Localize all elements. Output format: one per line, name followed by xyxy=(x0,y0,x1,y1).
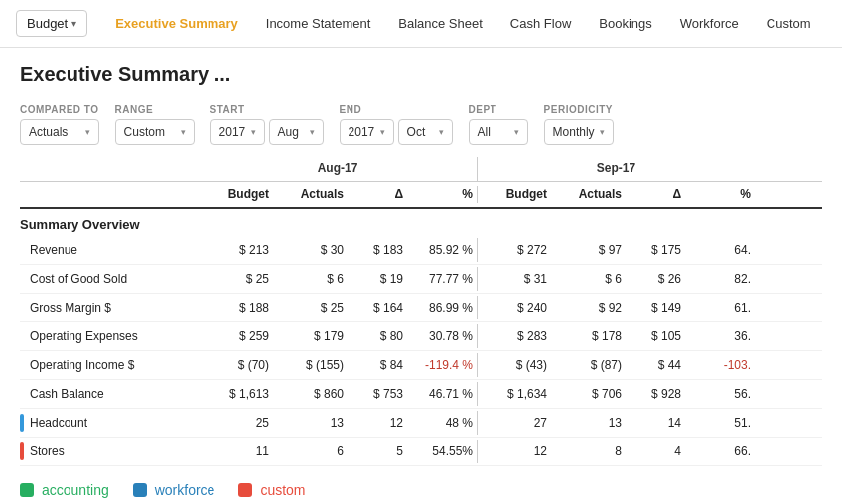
legend-dot-custom xyxy=(238,483,252,497)
aug-budget: $ 188 xyxy=(199,296,273,319)
sep-delta: $ 928 xyxy=(626,382,685,406)
compared-to-value: Actuals xyxy=(29,125,68,139)
nav-income-statement[interactable]: Income Statement xyxy=(254,10,383,37)
sep-actuals: 13 xyxy=(551,411,626,435)
legend-dot-workforce xyxy=(133,483,147,497)
sep-delta: 14 xyxy=(626,411,685,435)
nav-bookings[interactable]: Bookings xyxy=(587,10,663,37)
section-title: Summary Overview xyxy=(20,209,822,236)
col-pct-aug: % xyxy=(407,186,477,203)
start-filter: START 2017 ▾ Aug ▾ xyxy=(210,104,324,145)
legend-custom: custom xyxy=(238,482,305,498)
aug-actuals: $ (155) xyxy=(273,353,348,377)
start-year-value: 2017 xyxy=(219,125,246,139)
nav-custom[interactable]: Custom xyxy=(755,10,823,37)
period-header-row: Aug-17 Sep-17 xyxy=(20,157,822,182)
row-label: Operating Income $ xyxy=(20,351,199,379)
chevron-down-icon: ▾ xyxy=(71,18,76,29)
end-label: END xyxy=(340,104,453,115)
budget-dropdown[interactable]: Budget ▾ xyxy=(16,10,87,37)
aug-actuals: $ 25 xyxy=(273,296,348,319)
end-year-select[interactable]: 2017 ▾ xyxy=(340,119,394,145)
aug-actuals: $ 179 xyxy=(273,324,348,348)
sep-actuals: $ (87) xyxy=(551,353,626,377)
row-label-text: Cash Balance xyxy=(30,387,104,401)
row-spacer xyxy=(20,327,24,345)
chevron-down-icon: ▾ xyxy=(251,127,256,137)
chevron-down-icon: ▾ xyxy=(310,127,315,137)
aug-delta: $ 164 xyxy=(348,296,407,319)
table-row: Cost of Good Sold $ 25 $ 6 $ 19 77.77 % … xyxy=(20,265,822,294)
row-spacer xyxy=(20,241,24,259)
dept-filter: DEPT All ▾ xyxy=(469,104,528,145)
range-select[interactable]: Custom ▾ xyxy=(115,119,195,145)
table-row: Gross Margin $ $ 188 $ 25 $ 164 86.99 % … xyxy=(20,294,822,322)
sep-budget: 12 xyxy=(477,440,551,463)
end-month-select[interactable]: Oct ▾ xyxy=(398,119,453,145)
sep-delta: $ 175 xyxy=(626,238,685,262)
aug-actuals: $ 30 xyxy=(273,238,348,262)
col-budget-sep: Budget xyxy=(477,186,551,203)
sep-budget: $ 31 xyxy=(477,267,551,291)
aug-budget: $ 25 xyxy=(199,267,273,291)
row-label-text: Operating Income $ xyxy=(30,358,134,372)
dept-select[interactable]: All ▾ xyxy=(469,119,528,145)
sep-budget: $ 283 xyxy=(477,324,551,348)
nav-balance-sheet[interactable]: Balance Sheet xyxy=(386,10,494,37)
row-label: Cash Balance xyxy=(20,380,199,408)
aug-budget: $ 213 xyxy=(199,238,273,262)
dept-value: All xyxy=(478,125,491,139)
periodicity-select[interactable]: Monthly ▾ xyxy=(544,119,614,145)
row-spacer xyxy=(20,356,24,374)
compared-to-select[interactable]: Actuals ▾ xyxy=(20,119,99,145)
chevron-down-icon: ▾ xyxy=(85,127,90,137)
row-label: Revenue xyxy=(20,236,199,264)
sep-delta: $ 105 xyxy=(626,324,685,348)
sep-budget: $ 1,634 xyxy=(477,382,551,406)
page-title: Executive Summary ... xyxy=(20,63,822,86)
aug-actuals: $ 6 xyxy=(273,267,348,291)
nav-executive-summary[interactable]: Executive Summary xyxy=(103,10,250,37)
sep-actuals: 8 xyxy=(551,440,626,463)
row-label-text: Revenue xyxy=(30,243,77,257)
row-label: Gross Margin $ xyxy=(20,294,199,321)
sep-pct: 82. xyxy=(685,267,755,291)
blue-indicator xyxy=(20,414,24,432)
column-header-row: Budget Actuals Δ % Budget Actuals Δ % xyxy=(20,182,822,209)
periodicity-label: PERIODICITY xyxy=(544,104,614,115)
compared-to-filter: COMPARED TO Actuals ▾ xyxy=(20,104,99,145)
aug-pct: 85.92 % xyxy=(407,238,477,262)
aug-delta: $ 753 xyxy=(348,382,407,406)
sep-actuals: $ 92 xyxy=(551,296,626,319)
aug-delta: $ 183 xyxy=(348,238,407,262)
start-month-select[interactable]: Aug ▾ xyxy=(269,119,324,145)
col-budget-aug: Budget xyxy=(199,186,273,203)
nav-cash-flow[interactable]: Cash Flow xyxy=(498,10,583,37)
data-table: Aug-17 Sep-17 Budget Actuals Δ % Budget … xyxy=(0,157,842,466)
nav-workforce[interactable]: Workforce xyxy=(668,10,751,37)
row-label-text: Stores xyxy=(30,444,65,458)
sep-pct: -103. xyxy=(685,353,755,377)
chevron-down-icon: ▾ xyxy=(514,127,519,137)
range-filter: RANGE Custom ▾ xyxy=(115,104,195,145)
table-row: Headcount 25 13 12 48 % 27 13 14 51. xyxy=(20,409,822,438)
aug-pct: 30.78 % xyxy=(407,324,477,348)
row-spacer xyxy=(20,385,24,403)
chevron-down-icon: ▾ xyxy=(380,127,385,137)
periodicity-value: Monthly xyxy=(553,125,595,139)
aug-budget: $ 1,613 xyxy=(199,382,273,406)
chevron-down-icon: ▾ xyxy=(600,127,605,137)
row-label-text: Gross Margin $ xyxy=(30,301,111,315)
sep-pct: 64. xyxy=(685,238,755,262)
aug-delta: 12 xyxy=(348,411,407,435)
sep-budget: $ 272 xyxy=(477,238,551,262)
period-aug: Aug-17 xyxy=(199,157,477,181)
table-row: Cash Balance $ 1,613 $ 860 $ 753 46.71 %… xyxy=(20,380,822,409)
aug-pct: -119.4 % xyxy=(407,353,477,377)
legend-accounting: accounting xyxy=(20,482,109,498)
start-year-select[interactable]: 2017 ▾ xyxy=(210,119,265,145)
legend-label-accounting: accounting xyxy=(42,482,109,498)
period-spacer xyxy=(20,157,199,181)
sep-pct: 56. xyxy=(685,382,755,406)
col-delta-sep: Δ xyxy=(626,186,685,203)
